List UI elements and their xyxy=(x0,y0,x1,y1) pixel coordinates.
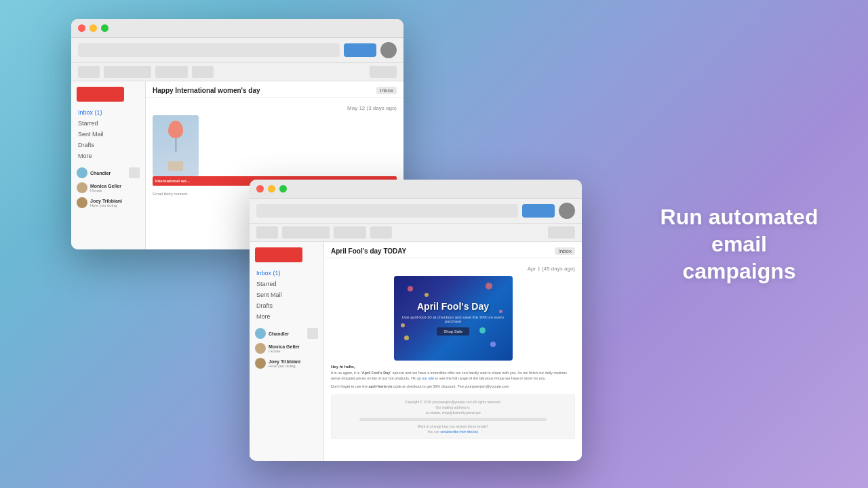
tab-3[interactable] xyxy=(155,66,188,78)
title-bar-2 xyxy=(250,180,582,199)
april-shop-btn[interactable]: Shop Sale xyxy=(437,327,469,336)
sidebar-inbox-2[interactable]: Inbox (1) xyxy=(250,268,323,279)
sidebar-inbox-1[interactable]: Inbox (1) xyxy=(71,107,145,118)
compose-button-1[interactable] xyxy=(77,87,124,102)
email-content-2: April Fool's day TODAY Inbox Apr 1 (45 d… xyxy=(324,242,582,461)
email-window-2: Inbox (1) Starred Sent Mail Drafts More … xyxy=(250,180,582,461)
tab2-2[interactable] xyxy=(282,226,330,239)
promo-text-block: Run automated email campaigns xyxy=(651,203,827,285)
sidebar-more-2[interactable]: More xyxy=(250,311,323,322)
tab-1[interactable] xyxy=(78,66,100,78)
close-dot-1[interactable] xyxy=(78,24,85,32)
contact-monica-1[interactable]: Monica Geller I know xyxy=(71,180,145,195)
joey-name-2: Joey Tribbiani xyxy=(269,359,318,364)
joey-avatar-2 xyxy=(255,358,266,369)
contact-chandler-1[interactable]: Chandler xyxy=(71,165,145,180)
monica-preview-1: I know xyxy=(90,188,140,192)
tab-4[interactable] xyxy=(192,66,214,78)
compose-button-2[interactable] xyxy=(255,247,302,262)
april-title: April Fool's Day xyxy=(417,301,489,312)
contact-joey-2[interactable]: Joey Tribbiani How you doing xyxy=(250,356,323,371)
sidebar-drafts-2[interactable]: Drafts xyxy=(250,300,323,311)
body-para-2: Don't forget to use the april-fools-yo c… xyxy=(331,384,575,389)
email-subject-1: Happy International women's day xyxy=(153,87,372,94)
sidebar-sent-2[interactable]: Sent Mail xyxy=(250,289,323,300)
maximize-dot-2[interactable] xyxy=(279,185,287,192)
monica-name-1: Monica Geller xyxy=(90,184,140,188)
email-date-1: May 12 (3 days ago) xyxy=(347,105,397,111)
contact-monica-2[interactable]: Monica Geller I know xyxy=(250,341,323,356)
footer-bar-1 xyxy=(359,418,547,421)
contact-chandler-2[interactable]: Chandler xyxy=(250,326,323,341)
chandler-badge-1 xyxy=(129,167,140,178)
tab2-4[interactable] xyxy=(370,226,392,239)
sidebar-more-1[interactable]: More xyxy=(71,150,145,161)
inbox-badge-1: Inbox xyxy=(376,87,397,94)
april-subtitle: Use april-fool-10 at checkout and save t… xyxy=(394,315,513,323)
footer-text: Copyright © 2018 yourpwerjoin@yourpe.com… xyxy=(336,399,570,415)
close-dot-2[interactable] xyxy=(256,185,264,192)
confetti-6 xyxy=(499,310,502,313)
tab2-1[interactable] xyxy=(256,226,278,239)
monica-avatar-2 xyxy=(255,343,266,354)
chandler-avatar-1 xyxy=(77,167,87,178)
confetti-4 xyxy=(404,336,409,340)
tab-5[interactable] xyxy=(370,66,397,78)
confetti-7 xyxy=(479,327,486,333)
email-layout-2: Inbox (1) Starred Sent Mail Drafts More … xyxy=(250,242,582,461)
sidebar-sent-1[interactable]: Sent Mail xyxy=(71,129,145,140)
joey-preview-1: How you doing xyxy=(90,203,140,207)
monica-preview-2: I know xyxy=(269,349,318,353)
promo-line2: campaigns xyxy=(682,259,795,283)
chandler-name-1: Chandler xyxy=(90,171,126,176)
title-bar-1 xyxy=(71,19,403,38)
email-footer-2: Copyright © 2018 yourpwerjoin@yourpe.com… xyxy=(324,392,582,442)
joey-preview-2: How you doing xyxy=(269,364,318,368)
confetti-2 xyxy=(425,293,429,297)
sidebar-1: Inbox (1) Starred Sent Mail Drafts More … xyxy=(71,81,146,249)
avatar-2[interactable] xyxy=(559,203,575,219)
toolbar-1 xyxy=(71,38,403,63)
sidebar-drafts-1[interactable]: Drafts xyxy=(71,140,145,150)
tab2-3[interactable] xyxy=(334,226,366,239)
sidebar-starred-2[interactable]: Starred xyxy=(250,279,323,289)
search-bar-2[interactable] xyxy=(256,204,518,218)
confetti-8 xyxy=(401,323,405,327)
body-para-1: It is us again, it is "April Fool's Day"… xyxy=(331,370,575,382)
joey-avatar-1 xyxy=(77,197,87,208)
email-subject-2: April Fool's day TODAY xyxy=(331,247,551,255)
joey-name-1: Joey Tribbiani xyxy=(90,199,140,203)
compose-btn-1[interactable] xyxy=(344,43,376,57)
inbox-badge-2: Inbox xyxy=(555,247,575,255)
compose-btn-2[interactable] xyxy=(522,204,555,218)
tab2-5[interactable] xyxy=(548,226,575,239)
chair-shape xyxy=(168,161,183,171)
email-body-2: Hey hi hello, It is us again, it is "Apr… xyxy=(324,365,582,392)
avatar-1[interactable] xyxy=(380,42,397,58)
tab-bar-1 xyxy=(71,63,403,81)
tab-2[interactable] xyxy=(104,66,151,78)
email-img-placeholder-1 xyxy=(153,115,199,176)
search-bar-1[interactable] xyxy=(78,43,340,57)
minimize-dot-2[interactable] xyxy=(268,185,275,192)
sidebar-starred-1[interactable]: Starred xyxy=(71,118,145,129)
promo-heading: Run automated email campaigns xyxy=(651,203,827,285)
maximize-dot-1[interactable] xyxy=(101,24,108,32)
contact-joey-1[interactable]: Joey Tribbiani How you doing xyxy=(71,195,145,210)
balloon-icon xyxy=(168,121,183,138)
email-date-2: Apr 1 (45 days ago) xyxy=(528,266,575,272)
confetti-1 xyxy=(408,286,413,291)
tab-bar-2 xyxy=(250,224,582,242)
minimize-dot-1[interactable] xyxy=(90,24,97,32)
banner-text-1: International wo... xyxy=(155,179,190,183)
chandler-avatar-2 xyxy=(255,328,266,339)
footer-text-2: Want to change how you receive these ema… xyxy=(336,424,570,434)
monica-name-2: Monica Geller xyxy=(269,344,318,349)
april-image-container: April Fool's Day Use april-fool-10 at ch… xyxy=(324,276,582,365)
monica-avatar-1 xyxy=(77,182,87,193)
promo-line1: Run automated email xyxy=(660,205,818,256)
email-header-2: April Fool's day TODAY Inbox xyxy=(324,242,582,258)
sidebar-2: Inbox (1) Starred Sent Mail Drafts More … xyxy=(250,242,324,461)
email-header-1: Happy International women's day Inbox xyxy=(146,81,403,98)
toolbar-2 xyxy=(250,199,582,224)
